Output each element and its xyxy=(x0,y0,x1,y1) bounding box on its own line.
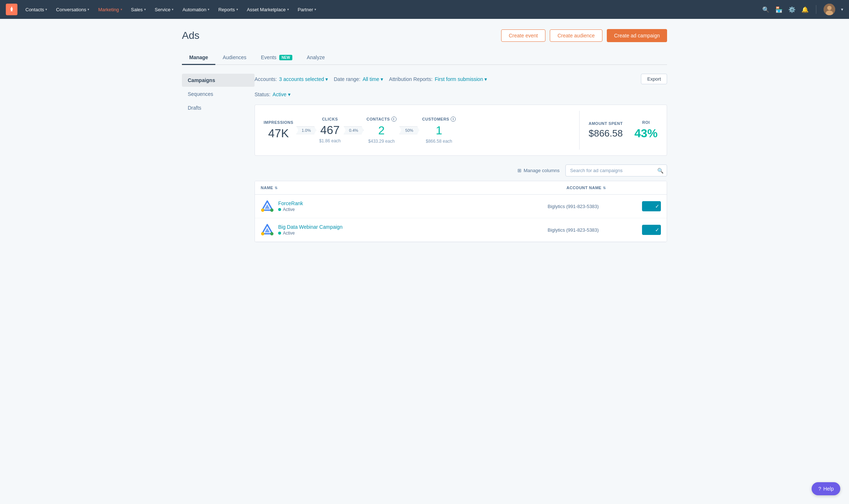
chevron-down-icon: ▾ xyxy=(88,8,89,11)
campaign-toggle[interactable]: ✓ xyxy=(642,225,661,235)
chevron-down-icon: ▾ xyxy=(314,8,316,11)
svg-point-11 xyxy=(270,232,273,235)
sidebar-item-sequences[interactable]: Sequences xyxy=(182,88,255,101)
campaign-name[interactable]: Big Data Webinar Campaign xyxy=(278,224,342,230)
campaign-status: Active xyxy=(278,231,342,236)
manage-columns-button[interactable]: ⊞ Manage columns xyxy=(517,168,560,173)
arrow-clicks-contacts: 0.4% xyxy=(344,126,363,134)
customers-label: CUSTOMERS i xyxy=(422,117,456,122)
toggle-check-icon: ✓ xyxy=(655,203,659,209)
chevron-down-icon: ▾ xyxy=(484,76,487,82)
sidebar-item-drafts[interactable]: Drafts xyxy=(182,101,255,114)
status-dot-active xyxy=(278,232,281,235)
amount-spent-label: AMOUNT SPENT xyxy=(589,121,623,126)
customers-info-icon[interactable]: i xyxy=(451,117,456,122)
campaign-name[interactable]: ForceRank xyxy=(278,200,303,206)
chevron-down-icon: ▾ xyxy=(45,8,47,11)
stats-main: IMPRESSIONS 47K 1.0% xyxy=(255,105,579,155)
status-value[interactable]: Active ▾ xyxy=(273,92,291,97)
row-account: Biglytics (991-823-5383) xyxy=(548,227,642,233)
conversion-rate-2: 0.4% xyxy=(344,126,363,134)
tab-audiences[interactable]: Audiences xyxy=(215,51,253,65)
date-range-value[interactable]: All time ▾ xyxy=(362,76,383,82)
clicks-label: CLICKS xyxy=(319,117,341,121)
row-account: Biglytics (991-823-5383) xyxy=(548,204,642,209)
page-tabs: Manage Audiences Events NEW Analyze xyxy=(182,51,667,65)
sidebar-item-campaigns[interactable]: Campaigns xyxy=(182,74,255,87)
clicks-value: 467 xyxy=(319,123,341,137)
roi-value: 43% xyxy=(634,127,658,140)
create-audience-button[interactable]: Create audience xyxy=(550,29,602,42)
nav-partner[interactable]: Partner ▾ xyxy=(294,5,320,15)
create-ad-campaign-button[interactable]: Create ad campaign xyxy=(607,29,667,42)
user-avatar[interactable] xyxy=(824,4,835,15)
svg-point-6 xyxy=(270,208,273,212)
nav-marketing[interactable]: Marketing ▾ xyxy=(94,5,126,15)
accounts-filter: Accounts: 3 accounts selected ▾ xyxy=(255,76,328,82)
export-button[interactable]: Export xyxy=(641,74,667,84)
top-navigation: Contacts ▾ Conversations ▾ Marketing ▾ S… xyxy=(0,0,849,19)
campaign-toggle[interactable]: ✓ xyxy=(642,201,661,211)
customers-stat: CUSTOMERS i 1 $866.58 each xyxy=(422,117,456,144)
clicks-sub: $1.86 each xyxy=(319,138,341,143)
campaign-info: ForceRank Active xyxy=(278,200,303,212)
amount-spent-value: $866.58 xyxy=(589,128,623,139)
filters-bar: Accounts: 3 accounts selected ▾ Date ran… xyxy=(255,74,667,84)
settings-icon[interactable]: ⚙️ xyxy=(788,6,796,13)
arrow-impressions-clicks: 1.0% xyxy=(296,126,316,135)
svg-point-1 xyxy=(827,6,832,10)
nav-asset-marketplace[interactable]: Asset Marketplace ▾ xyxy=(243,5,293,15)
conversion-rate-3: 50% xyxy=(399,126,419,134)
accounts-value[interactable]: 3 accounts selected ▾ xyxy=(279,76,328,82)
tab-analyze[interactable]: Analyze xyxy=(300,51,332,65)
search-input[interactable] xyxy=(565,164,667,176)
sort-icon[interactable]: ⇅ xyxy=(603,186,606,190)
chevron-down-icon: ▾ xyxy=(144,8,146,11)
status-label: Status: xyxy=(255,92,271,97)
contacts-info-icon[interactable]: i xyxy=(391,117,397,122)
arrow-contacts-customers: 50% xyxy=(399,126,419,134)
col-header-name: NAME ⇅ xyxy=(261,186,566,190)
sort-icon[interactable]: ⇅ xyxy=(275,186,278,190)
topnav-icons: 🔍 🏪 ⚙️ 🔔 ▾ xyxy=(762,4,843,15)
nav-sales[interactable]: Sales ▾ xyxy=(127,5,150,15)
customers-value: 1 xyxy=(422,124,456,137)
roi-label: ROI xyxy=(634,120,658,125)
nav-service[interactable]: Service ▾ xyxy=(151,5,177,15)
campaign-info: Big Data Webinar Campaign Active xyxy=(278,224,342,236)
date-range-filter: Date range: All time ▾ xyxy=(334,76,383,82)
search-icon[interactable]: 🔍 xyxy=(762,6,769,13)
tab-events[interactable]: Events NEW xyxy=(254,51,300,65)
notifications-icon[interactable]: 🔔 xyxy=(801,6,809,13)
chevron-down-icon: ▾ xyxy=(208,8,210,11)
nav-contacts[interactable]: Contacts ▾ xyxy=(22,5,51,15)
nav-automation[interactable]: Automation ▾ xyxy=(179,5,213,15)
hubspot-logo[interactable] xyxy=(6,4,17,15)
nav-conversations[interactable]: Conversations ▾ xyxy=(52,5,93,15)
impressions-stat: IMPRESSIONS 47K xyxy=(264,120,293,140)
nav-divider xyxy=(816,5,816,14)
chevron-down-icon: ▾ xyxy=(287,8,289,11)
main-layout: Campaigns Sequences Drafts Accounts: 3 a… xyxy=(182,74,667,242)
date-range-label: Date range: xyxy=(334,76,360,82)
status-filter: Status: Active ▾ xyxy=(255,92,667,97)
contacts-value: 2 xyxy=(366,124,396,137)
search-box: 🔍 xyxy=(565,164,667,176)
account-dropdown-icon[interactable]: ▾ xyxy=(841,7,843,12)
tab-manage[interactable]: Manage xyxy=(182,51,215,65)
svg-point-10 xyxy=(261,232,264,235)
sidebar: Campaigns Sequences Drafts xyxy=(182,74,255,242)
table-header: NAME ⇅ ACCOUNT NAME ⇅ xyxy=(255,181,667,195)
nav-reports[interactable]: Reports ▾ xyxy=(215,5,242,15)
attribution-value[interactable]: First form submission ▾ xyxy=(435,76,487,82)
marketplace-icon[interactable]: 🏪 xyxy=(775,6,783,13)
page-header: Ads Create event Create audience Create … xyxy=(182,29,667,42)
contacts-stat: CONTACTS i 2 $433.29 each xyxy=(366,117,396,144)
chevron-down-icon: ▾ xyxy=(288,92,291,97)
create-event-button[interactable]: Create event xyxy=(501,29,545,42)
col-header-account: ACCOUNT NAME ⇅ xyxy=(566,186,661,190)
google-ads-logo xyxy=(261,223,274,236)
stats-card: IMPRESSIONS 47K 1.0% xyxy=(255,105,667,156)
impressions-value: 47K xyxy=(264,127,293,140)
toggle-check-icon: ✓ xyxy=(655,227,659,233)
